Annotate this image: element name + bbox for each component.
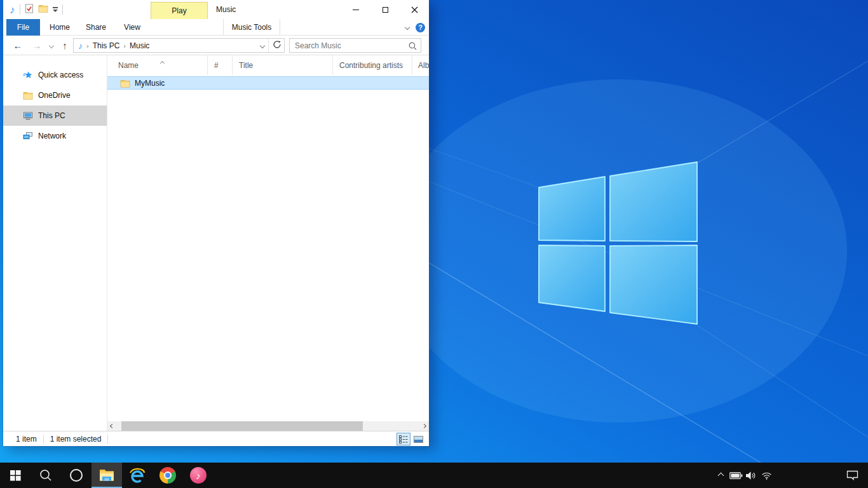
volume-tray-icon[interactable] bbox=[743, 463, 759, 488]
folder-icon bbox=[120, 79, 130, 88]
tab-music-tools[interactable]: Music Tools bbox=[223, 19, 280, 36]
navigation-pane: Quick access OneDrive This PC Network bbox=[3, 55, 107, 431]
status-bar: 1 item 1 item selected bbox=[3, 431, 429, 446]
scroll-right-button[interactable] bbox=[419, 421, 429, 431]
minimize-ribbon-icon[interactable] bbox=[405, 25, 410, 30]
wifi-icon bbox=[761, 471, 772, 480]
search-input[interactable] bbox=[295, 39, 403, 52]
column-headers: Name # Title Contributing artists Alb bbox=[107, 55, 429, 75]
taskbar-search-button[interactable] bbox=[31, 463, 61, 488]
system-tray bbox=[713, 463, 868, 488]
properties-qat-icon[interactable] bbox=[25, 4, 34, 16]
scroll-left-button[interactable] bbox=[107, 421, 117, 431]
column-header-contributing-artists[interactable]: Contributing artists bbox=[333, 55, 412, 75]
column-label: # bbox=[214, 61, 219, 70]
taskbar-internet-explorer[interactable] bbox=[122, 463, 153, 488]
maximize-button[interactable] bbox=[370, 0, 400, 19]
search-box[interactable] bbox=[289, 38, 421, 53]
quick-access-toolbar: ♪ bbox=[10, 0, 63, 19]
sidebar-item-label: Quick access bbox=[38, 71, 83, 79]
customize-qat-dropdown-icon[interactable] bbox=[53, 7, 58, 12]
recent-locations-dropdown[interactable] bbox=[47, 36, 56, 55]
sidebar-item-label: This PC bbox=[38, 111, 65, 120]
sidebar-item-label: Network bbox=[38, 132, 66, 140]
address-dropdown-icon[interactable] bbox=[260, 43, 265, 48]
battery-tray-icon[interactable] bbox=[728, 463, 743, 488]
cortana-button[interactable] bbox=[61, 463, 92, 488]
file-list-area: Name # Title Contributing artists Alb My… bbox=[107, 55, 429, 431]
taskbar-file-explorer[interactable] bbox=[92, 463, 122, 488]
selection-count: 1 item selected bbox=[50, 435, 102, 444]
item-count: 1 item bbox=[16, 435, 37, 444]
qat-separator bbox=[62, 4, 63, 15]
column-header-album[interactable]: Alb bbox=[412, 55, 429, 75]
speaker-icon bbox=[745, 471, 757, 480]
file-row-mymusic[interactable]: MyMusic bbox=[107, 76, 429, 90]
minimize-button[interactable] bbox=[341, 0, 370, 19]
back-button[interactable]: ← bbox=[11, 36, 25, 55]
action-center-icon bbox=[846, 470, 858, 480]
taskbar: ♪ bbox=[0, 463, 868, 488]
forward-button[interactable]: → bbox=[30, 36, 44, 55]
wifi-tray-icon[interactable] bbox=[759, 463, 774, 488]
refresh-button[interactable] bbox=[273, 40, 281, 51]
desktop: ♪ Play Music bbox=[0, 0, 868, 488]
onedrive-folder-icon bbox=[23, 91, 33, 100]
action-center-button[interactable] bbox=[843, 463, 862, 488]
cortana-icon bbox=[70, 469, 83, 482]
windows-logo-icon bbox=[10, 470, 21, 481]
battery-icon bbox=[729, 471, 743, 480]
column-label: Contributing artists bbox=[339, 61, 403, 70]
sidebar-item-quick-access[interactable]: Quick access bbox=[3, 65, 107, 85]
sidebar-item-onedrive[interactable]: OneDrive bbox=[3, 85, 107, 105]
column-label: Alb bbox=[418, 61, 429, 70]
start-button[interactable] bbox=[0, 463, 31, 488]
tab-home[interactable]: Home bbox=[43, 19, 76, 36]
chevron-up-icon bbox=[717, 472, 724, 478]
address-bar[interactable]: ♪ › This PC › Music bbox=[73, 38, 285, 53]
file-explorer-icon bbox=[98, 468, 115, 482]
taskbar-itunes[interactable]: ♪ bbox=[183, 463, 214, 488]
sidebar-item-label: OneDrive bbox=[38, 91, 71, 100]
details-view-button[interactable] bbox=[397, 433, 410, 445]
horizontal-scrollbar[interactable] bbox=[107, 421, 429, 431]
taskbar-chrome[interactable] bbox=[153, 463, 183, 488]
chrome-icon bbox=[159, 467, 176, 484]
file-explorer-window: ♪ Play Music bbox=[3, 0, 429, 446]
contextual-tab-play[interactable]: Play bbox=[151, 2, 208, 19]
itunes-icon: ♪ bbox=[190, 467, 207, 484]
this-pc-monitor-icon bbox=[23, 111, 33, 120]
ribbon-tab-row: File Home Share View Music Tools bbox=[3, 19, 429, 36]
column-header-title[interactable]: Title bbox=[233, 55, 333, 75]
breadcrumb-separator-icon: › bbox=[123, 42, 126, 50]
breadcrumb-music[interactable]: Music bbox=[130, 41, 149, 50]
titlebar[interactable]: ♪ Play Music bbox=[3, 0, 429, 19]
internet-explorer-icon bbox=[128, 466, 146, 484]
details-view-icon bbox=[399, 435, 408, 444]
breadcrumb-this-pc[interactable]: This PC bbox=[93, 41, 120, 50]
breadcrumb-separator-icon: › bbox=[86, 42, 89, 50]
tab-view[interactable]: View bbox=[116, 19, 149, 36]
up-button[interactable]: ↑ bbox=[58, 36, 71, 55]
sidebar-item-network[interactable]: Network bbox=[3, 126, 107, 146]
maximize-icon bbox=[383, 7, 388, 13]
tab-share[interactable]: Share bbox=[79, 19, 112, 36]
status-separator bbox=[107, 435, 108, 444]
close-button[interactable] bbox=[400, 0, 429, 19]
sidebar-item-this-pc[interactable]: This PC bbox=[3, 105, 107, 126]
help-button[interactable]: ? bbox=[416, 23, 425, 32]
location-music-icon: ♪ bbox=[78, 41, 83, 50]
qat-separator bbox=[20, 4, 20, 15]
search-icon[interactable] bbox=[409, 41, 417, 53]
tab-file[interactable]: File bbox=[6, 19, 40, 36]
sort-ascending-icon bbox=[161, 58, 164, 67]
column-header-number[interactable]: # bbox=[208, 55, 233, 75]
thumbnail-view-button[interactable] bbox=[411, 433, 425, 445]
new-folder-qat-icon[interactable] bbox=[38, 4, 48, 15]
file-name: MyMusic bbox=[135, 79, 165, 88]
app-music-note-icon: ♪ bbox=[10, 4, 15, 15]
scrollbar-thumb[interactable] bbox=[121, 421, 363, 431]
column-header-name[interactable]: Name bbox=[107, 55, 208, 75]
show-hidden-icons-button[interactable] bbox=[713, 463, 728, 488]
minimize-icon bbox=[353, 10, 359, 10]
